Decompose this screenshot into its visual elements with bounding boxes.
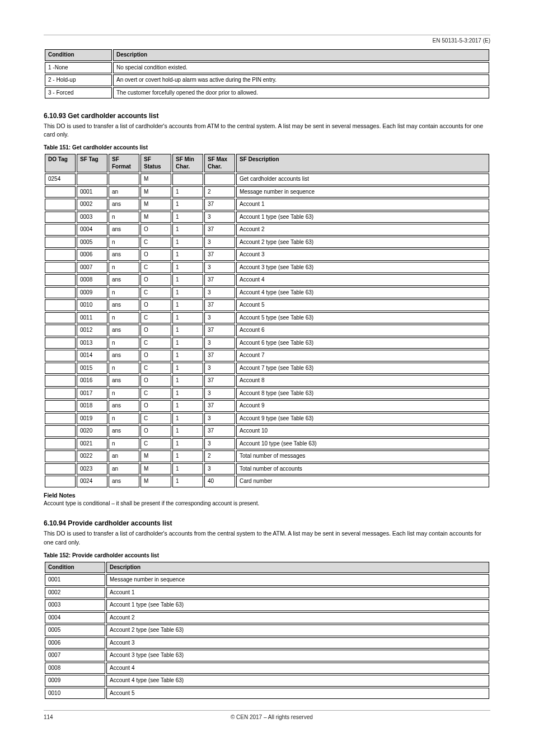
cell: 1 (172, 438, 203, 450)
cell: Account 4 (236, 274, 489, 286)
cell (45, 438, 76, 450)
cell (45, 199, 76, 210)
table-row: 0020ansO137Account 10 (45, 425, 489, 437)
cell: 1 (172, 413, 203, 425)
cell: 1 (172, 237, 203, 248)
cell: Account 2 (106, 612, 489, 624)
cell: 0007 (45, 650, 105, 661)
cell: 0254 (45, 173, 76, 185)
cell: 2 (204, 186, 235, 198)
col-sf-format: SF Format (109, 154, 139, 172)
cell: 0011 (77, 312, 107, 324)
cell: Account 1 type (see Table 63) (236, 212, 489, 223)
cell: n (109, 287, 139, 299)
cell: Account 2 type (see Table 63) (236, 237, 489, 248)
section-title-6-10-94: 6.10.94 Provide cardholder accounts list (44, 519, 490, 527)
table-row: 0005Account 2 type (see Table 63) (45, 624, 489, 636)
table-row: 0008Account 4 (45, 663, 489, 674)
cell: Total number of messages (236, 450, 489, 462)
cell (45, 350, 76, 361)
cell: 3 (204, 363, 235, 374)
cell: Account 8 type (see Table 63) (236, 388, 489, 400)
table-row: 0021nC13Account 10 type (see Table 63) (45, 438, 489, 450)
cell: 3 (204, 337, 235, 349)
cell: n (109, 363, 139, 374)
cell: ans (109, 325, 139, 336)
cell: ans (109, 476, 139, 487)
cell: 0005 (45, 624, 105, 636)
cell: 37 (204, 224, 235, 236)
cell: Account 8 (236, 375, 489, 387)
cell: n (109, 212, 139, 223)
table-row: 0004Account 2 (45, 612, 489, 624)
cell (45, 224, 76, 236)
cell: 3 (204, 287, 235, 299)
cell: 0012 (77, 325, 107, 336)
cell: n (109, 312, 139, 324)
cell: Account 3 (106, 637, 489, 649)
cell: 1 -None (45, 62, 112, 74)
cell: C (140, 312, 171, 324)
table-row: 0002Account 1 (45, 587, 489, 599)
cell: M (140, 476, 171, 487)
cell: 1 (172, 388, 203, 400)
table-row: 0005nC13Account 2 type (see Table 63) (45, 237, 489, 248)
cell: Account 9 (236, 400, 489, 412)
cell (45, 400, 76, 412)
cell: 0001 (77, 186, 107, 198)
field-notes-body: Account type is conditional – it shall b… (44, 500, 490, 508)
table-row: 0006ansO137Account 3 (45, 249, 489, 261)
table-row: 0018ansO137Account 9 (45, 400, 489, 412)
cell: 0007 (77, 262, 107, 274)
cell: O (140, 325, 171, 336)
cell: 0021 (77, 438, 107, 450)
col-do-tag: DO Tag (45, 154, 76, 172)
cell: 1 (172, 450, 203, 462)
cell: 0015 (77, 363, 107, 374)
col-sf-min: SF Min Char. (172, 154, 203, 172)
cell: 3 (204, 312, 235, 324)
cell (45, 299, 76, 311)
cell: Account 5 type (see Table 63) (236, 312, 489, 324)
cell: 0009 (45, 675, 105, 687)
cell: 3 (204, 388, 235, 400)
cell: O (140, 299, 171, 311)
cell: O (140, 274, 171, 286)
cell: 3 (204, 438, 235, 450)
cell (45, 212, 76, 223)
cell (45, 325, 76, 336)
cell (204, 173, 235, 185)
table-row: Condition Description (45, 562, 489, 574)
cell: An overt or covert hold-up alarm was act… (113, 74, 489, 86)
cell: 1 (172, 425, 203, 437)
cell: 1 (172, 262, 203, 274)
cell: 1 (172, 299, 203, 311)
cell: 37 (204, 400, 235, 412)
doc-header: EN 50131-5-3:2017 (E) (44, 37, 490, 44)
table-row: 0017nC13Account 8 type (see Table 63) (45, 388, 489, 400)
col-sf-status: SF Status (140, 154, 171, 172)
table-row: 0022anM12Total number of messages (45, 450, 489, 462)
footer: 114 © CEN 2017 – All rights reserved (44, 710, 490, 720)
cell: 0023 (77, 463, 107, 475)
cell: O (140, 425, 171, 437)
cell (109, 173, 139, 185)
table-row: 0009Account 4 type (see Table 63) (45, 675, 489, 687)
cell: 3 (204, 413, 235, 425)
col-description: Description (106, 562, 489, 574)
cell: n (109, 413, 139, 425)
cell: Account 2 type (see Table 63) (106, 624, 489, 636)
cell: 0014 (77, 350, 107, 361)
cell: O (140, 350, 171, 361)
cell: 3 - Forced (45, 87, 112, 99)
table-row: 0004ansO137Account 2 (45, 224, 489, 236)
cell: 0004 (77, 224, 107, 236)
table-row: 0009nC13Account 4 type (see Table 63) (45, 287, 489, 299)
cell: ans (109, 199, 139, 210)
cell: 2 (204, 450, 235, 462)
cell: ans (109, 425, 139, 437)
cell (45, 337, 76, 349)
cell: ans (109, 274, 139, 286)
col-condition: Condition (45, 562, 105, 574)
cell: n (109, 262, 139, 274)
